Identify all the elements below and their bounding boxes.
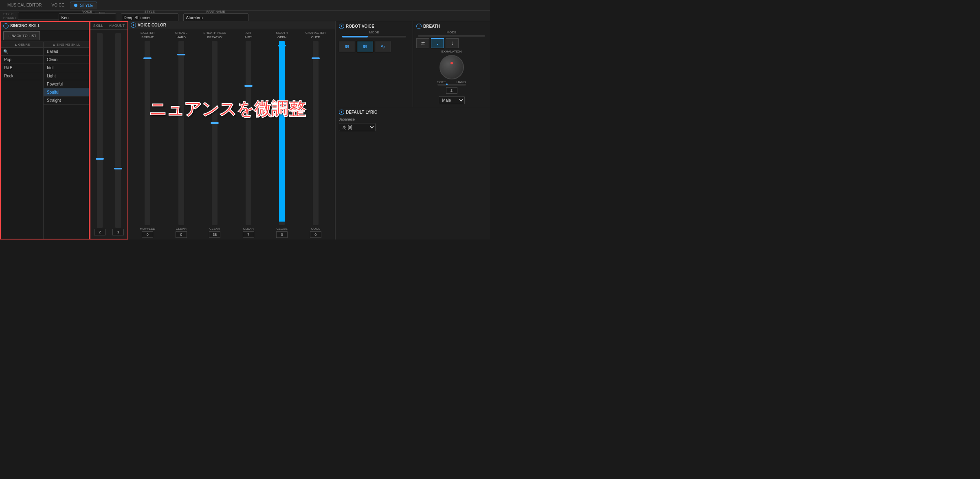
robot-mode-btn-2[interactable]: ≋ — [357, 41, 373, 52]
skill-item-ballad[interactable]: Ballad — [44, 48, 89, 56]
default-lyric-select[interactable]: あ [a] — [339, 123, 376, 131]
skill-list: Ballad Clean Idol Light Powerful Soulful… — [44, 48, 89, 239]
exciter-slider-col: EXCITER BRIGHT MUFFLED 0 — [132, 31, 164, 238]
breathiness-track[interactable] — [212, 41, 218, 225]
robot-voice-header: i ROBOT VOICE — [339, 24, 409, 29]
breathiness-value: 38 — [209, 231, 220, 238]
voice-color-header: i VOICE COLOR — [128, 21, 335, 29]
tab-voice[interactable]: VOICE — [47, 2, 68, 9]
skill-slider-thumb[interactable] — [96, 158, 104, 160]
tab-bar: MUSICAL EDITOR VOICE STYLE — [0, 0, 490, 11]
robot-mode-btn-1[interactable]: ≋ — [339, 41, 355, 52]
breathiness-bottom-label: CLEAR — [209, 227, 220, 231]
voice-label: VOICE — [82, 10, 92, 13]
skill-sliders-panel: SKILL AMOUNT 2 1 — [90, 21, 128, 240]
exhalation-label: EXHALATION — [416, 50, 487, 53]
genre-header: ▲ GENRE — [1, 42, 43, 48]
amount-slider-thumb[interactable] — [114, 168, 122, 169]
style-header-section: STYLE — [121, 10, 178, 22]
air-bottom-label: CLEAR — [243, 227, 254, 231]
gender-select[interactable]: Male Female — [439, 96, 465, 104]
robot-mode-label: MODE — [339, 31, 409, 34]
mouth-label: MOUTH — [276, 31, 288, 35]
back-button-row: ← BACK TO LIST — [1, 30, 89, 42]
voice-color-title: VOICE COLOR — [138, 23, 166, 27]
robot-voice-info-icon[interactable]: i — [339, 24, 344, 29]
skill-header-label: SKILL — [93, 24, 103, 28]
growl-top-label: HARD — [176, 35, 186, 39]
exhalation-knob-container: SOFT HARD 2 — [416, 55, 487, 94]
character-thumb[interactable] — [312, 57, 320, 59]
skill-item-soulful[interactable]: Soulful — [44, 88, 89, 97]
skill-item-straight[interactable]: Straight — [44, 97, 89, 105]
exhalation-track — [437, 84, 466, 86]
soft-label: SOFT — [437, 80, 446, 84]
breathiness-slider-col: BREATHINESS BREATHY CLEAR 38 — [199, 31, 231, 238]
style-input[interactable] — [121, 13, 178, 22]
tab-musical-editor[interactable]: MUSICAL EDITOR — [3, 2, 46, 9]
skill-item-light[interactable]: Light — [44, 72, 89, 80]
breathiness-thumb[interactable] — [211, 122, 219, 124]
character-top-label: CUTE — [311, 35, 320, 39]
voice-color-info-icon[interactable]: i — [131, 22, 136, 28]
genre-item-rock[interactable]: Rock — [1, 72, 43, 80]
growl-bottom-label: CLEAR — [176, 227, 187, 231]
singing-skill-header: i SINGING SKILL — [1, 22, 89, 30]
robot-mode-btn-3[interactable]: ∿ — [375, 41, 391, 52]
skill-slider-column: 2 — [92, 33, 108, 235]
hard-label: HARD — [457, 80, 466, 84]
skill-list-column: ▲ SINGING SKILL Ballad Clean Idol Light … — [44, 42, 89, 239]
growl-track[interactable] — [178, 41, 184, 225]
skill-slider-track[interactable] — [97, 33, 103, 228]
exhalation-knob[interactable] — [439, 55, 464, 79]
growl-slider-col: GROWL HARD CLEAR 0 — [165, 31, 198, 238]
breathiness-top-label: BREATHY — [207, 35, 222, 39]
growl-thumb[interactable] — [177, 54, 185, 55]
character-track[interactable] — [313, 41, 319, 225]
skill-item-clean[interactable]: Clean — [44, 56, 89, 64]
part-name-label: PART NAME — [207, 10, 225, 13]
genre-column: ▲ GENRE Pop R&B Rock — [1, 42, 44, 239]
default-lyric-panel: i DEFAULT LYRIC Japanese あ [a] — [336, 107, 490, 240]
default-lyric-language: Japanese — [339, 117, 487, 121]
amount-value-display: 1 — [112, 229, 124, 235]
air-top-label: AIRY — [244, 35, 252, 39]
skill-sliders-header: SKILL AMOUNT — [90, 22, 127, 30]
breath-header: i BREATH — [416, 24, 487, 29]
mouth-value: 0 — [276, 231, 288, 238]
style-label: STYLE — [144, 10, 154, 13]
mouth-track[interactable] — [279, 41, 285, 225]
amount-slider-track[interactable] — [115, 33, 121, 228]
breath-mode-track — [418, 35, 485, 37]
breath-info-icon[interactable]: i — [416, 24, 422, 29]
air-thumb[interactable] — [244, 85, 253, 87]
genre-item-pop[interactable]: Pop — [1, 56, 43, 64]
exciter-thumb[interactable] — [143, 57, 152, 59]
skill-item-powerful[interactable]: Powerful — [44, 80, 89, 88]
back-to-list-button[interactable]: ← BACK TO LIST — [3, 31, 40, 40]
breath-mode-btn-3[interactable]: ♩ — [446, 38, 459, 48]
air-track[interactable] — [246, 41, 251, 225]
knob-dot — [450, 62, 453, 64]
exciter-track[interactable] — [145, 41, 150, 225]
breath-mode-btn-1[interactable]: ⇄ — [416, 38, 429, 48]
skill-item-idol[interactable]: Idol — [44, 64, 89, 72]
air-value: 7 — [243, 231, 254, 238]
amount-header-label: AMOUNT — [109, 24, 125, 28]
singing-skill-info-icon[interactable]: i — [3, 23, 9, 29]
exhalation-value: 2 — [446, 87, 457, 94]
voice-input[interactable] — [59, 13, 116, 22]
genre-search-input[interactable] — [1, 48, 43, 56]
part-name-header-section: PART NAME — [183, 10, 248, 22]
skill-header: ▲ SINGING SKILL — [44, 42, 89, 48]
mouth-thumb[interactable] — [278, 45, 286, 46]
default-lyric-info-icon[interactable]: i — [339, 110, 344, 115]
breath-mode-btn-2[interactable]: ♩ — [431, 38, 444, 48]
mouth-bottom-label: CLOSE — [277, 227, 288, 231]
growl-label: GROWL — [175, 31, 187, 35]
tab-style[interactable]: STYLE — [70, 2, 97, 9]
genre-item-rb[interactable]: R&B — [1, 64, 43, 72]
part-name-input[interactable] — [183, 13, 248, 22]
exciter-top-label: BRIGHT — [141, 35, 154, 39]
right-panels: i ROBOT VOICE MODE ≋ ≋ ∿ — [335, 21, 490, 240]
